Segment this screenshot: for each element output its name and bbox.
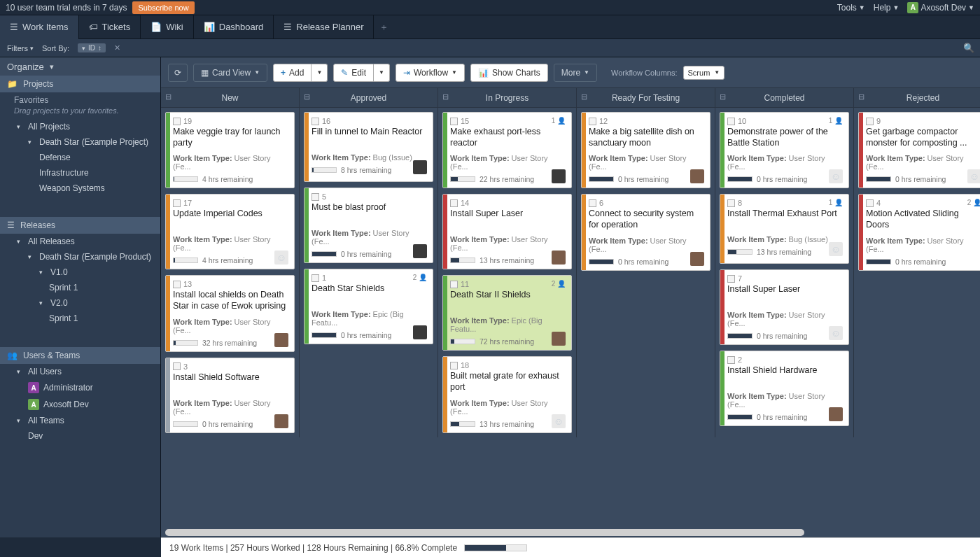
sidebar-item-all-releases[interactable]: ▾All Releases [0, 234, 160, 249]
column-header[interactable]: ⊟Ready For Testing [577, 88, 715, 108]
workflow-columns-select[interactable]: Scrum▼ [683, 66, 725, 80]
collapse-icon[interactable]: ⊟ [304, 92, 310, 101]
sidebar-item-deathstar-product[interactable]: ▾Death Star (Example Product) [0, 249, 160, 265]
work-item-card[interactable]: 16Fill in tunnel to Main ReactorWork Ite… [304, 112, 433, 182]
horizontal-scrollbar[interactable] [161, 528, 980, 537]
kanban-board: ⊟New19Make veggie tray for launch partyW… [161, 88, 980, 437]
show-charts-button[interactable]: 📊Show Charts [470, 64, 548, 82]
collapse-icon[interactable]: ⊟ [581, 92, 587, 101]
organize-header[interactable]: Organize ▾ [0, 57, 160, 76]
tab-work-items[interactable]: ☰Work Items [0, 15, 79, 39]
tab-wiki[interactable]: 📄Wiki [141, 15, 194, 39]
sidebar-item-all-projects[interactable]: ▾All Projects [0, 119, 160, 134]
sidebar-item-weapon-systems[interactable]: Weapon Systems [0, 181, 160, 196]
sidebar-item-defense[interactable]: Defense [0, 150, 160, 165]
progress-bar [727, 333, 752, 339]
select-checkbox[interactable] [727, 118, 735, 125]
work-item-card[interactable]: 12Make a big satellite dish on sanctuary… [581, 112, 710, 188]
sidebar-item-sprint1-v10[interactable]: Sprint 1 [0, 280, 160, 295]
column-header[interactable]: ⊟Rejected⚙ [854, 88, 980, 108]
sidebar-item-v20[interactable]: ▾V2.0 [0, 295, 160, 311]
sidebar-item-administrator[interactable]: AAdministrator [0, 379, 160, 396]
select-checkbox[interactable] [312, 193, 319, 201]
select-checkbox[interactable] [450, 118, 458, 125]
sidebar-item-infrastructure[interactable]: Infrastructure [0, 165, 160, 181]
sidebar-item-axosoft-dev[interactable]: AAxosoft Dev [0, 396, 160, 413]
sidebar-item-dev-team[interactable]: Dev [0, 428, 160, 444]
work-item-card[interactable]: 6Connect to security system for operatio… [581, 194, 710, 270]
search-icon[interactable]: 🔍 [963, 43, 974, 53]
sidebar-item-all-teams[interactable]: ▾All Teams [0, 413, 160, 428]
assignee-avatar: ☺ [552, 414, 566, 428]
collapse-icon[interactable]: ⊟ [442, 92, 449, 101]
column-header[interactable]: ⊟Completed [715, 88, 853, 108]
collapse-icon[interactable]: ⊟ [165, 92, 172, 101]
subscribe-button[interactable]: Subscribe now [132, 1, 194, 14]
sidebar-item-v10[interactable]: ▾V1.0 [0, 265, 160, 280]
work-item-card[interactable]: 14Install Super LaserWork Item Type: Use… [442, 194, 572, 269]
users-teams-header[interactable]: 👥Users & Teams [0, 347, 160, 364]
sidebar-item-all-users[interactable]: ▾All Users [0, 364, 160, 379]
collapse-icon[interactable]: ⊟ [858, 92, 864, 101]
select-checkbox[interactable] [173, 281, 181, 288]
sidebar-item-sprint1-v20[interactable]: Sprint 1 [0, 311, 160, 326]
work-item-card[interactable]: 7Install Super LaserWork Item Type: User… [720, 269, 849, 345]
tools-menu[interactable]: Tools▼ [837, 3, 865, 13]
column-header[interactable]: ⊟Approved [300, 88, 438, 108]
sort-chip[interactable]: ▾ID ↕ [78, 43, 106, 52]
refresh-button[interactable]: ⟳ [168, 64, 188, 82]
work-item-card[interactable]: 81 👤Install Thermal Exhaust PortWork Ite… [720, 194, 849, 264]
select-checkbox[interactable] [450, 281, 458, 288]
edit-button[interactable]: ✎Edit [333, 64, 374, 82]
select-checkbox[interactable] [727, 356, 735, 364]
tab-release-planner[interactable]: ☰Release Planner [274, 15, 374, 39]
column-header[interactable]: ⊟In Progress [438, 88, 576, 108]
user-menu[interactable]: A Axosoft Dev▼ [907, 2, 974, 13]
work-item-card[interactable]: 12 👤Death Star ShieldsWork Item Type: Ep… [304, 269, 433, 344]
work-item-card[interactable]: 18Built metal grate for exhaust portWork… [442, 356, 572, 432]
folder-icon: 📁 [7, 79, 18, 89]
workflow-button[interactable]: ⇥Workflow▼ [396, 64, 465, 82]
work-item-card[interactable]: 42 👤Motion Activated Sliding DoorsWork I… [858, 194, 980, 270]
add-button[interactable]: +Add [273, 64, 312, 82]
work-item-card[interactable]: 112 👤Death Star II ShieldsWork Item Type… [442, 275, 572, 351]
select-checkbox[interactable] [589, 199, 596, 207]
select-checkbox[interactable] [866, 118, 874, 125]
more-button[interactable]: More▼ [554, 64, 597, 82]
select-checkbox[interactable] [589, 118, 596, 125]
work-item-card[interactable]: 3Install Shield SoftwareWork Item Type: … [165, 358, 295, 433]
select-checkbox[interactable] [450, 362, 458, 369]
tab-tickets[interactable]: 🏷Tickets [79, 15, 141, 39]
work-item-card[interactable]: 13Install local shields on Death Star in… [165, 275, 295, 351]
sidebar-item-deathstar-project[interactable]: ▾Death Star (Example Project) [0, 134, 160, 150]
select-checkbox[interactable] [173, 362, 181, 370]
select-checkbox[interactable] [312, 118, 319, 125]
select-checkbox[interactable] [312, 274, 319, 282]
card-header: 5 [312, 192, 427, 201]
releases-header[interactable]: ☰Releases [0, 217, 160, 234]
projects-header[interactable]: 📁Projects [0, 76, 160, 92]
clear-sort-button[interactable]: ✕ [114, 43, 120, 52]
select-checkbox[interactable] [173, 199, 181, 207]
work-item-card[interactable]: 5Must be blast proofWork Item Type: User… [304, 188, 433, 263]
work-item-card[interactable]: 101 👤Demonstrate power of the Battle Sta… [720, 112, 849, 188]
work-item-card[interactable]: 9Get garbage compactor monster for compo… [858, 112, 980, 188]
add-tab-button[interactable]: ＋ [374, 15, 393, 39]
work-item-card[interactable]: 19Make veggie tray for launch partyWork … [165, 112, 295, 188]
work-item-card[interactable]: 2Install Shield HardwareWork Item Type: … [720, 351, 849, 426]
help-menu[interactable]: Help▼ [874, 3, 899, 13]
column-header[interactable]: ⊟New [161, 88, 299, 108]
select-checkbox[interactable] [727, 199, 735, 207]
edit-dropdown-button[interactable]: ▼ [374, 64, 390, 82]
tab-dashboard[interactable]: 📊Dashboard [194, 15, 274, 39]
collapse-icon[interactable]: ⊟ [720, 92, 726, 101]
card-view-button[interactable]: ▦Card View▼ [193, 64, 267, 82]
filters-button[interactable]: Filters▾ [7, 44, 34, 52]
select-checkbox[interactable] [727, 275, 735, 283]
work-item-card[interactable]: 17Update Imperial CodesWork Item Type: U… [165, 194, 295, 269]
select-checkbox[interactable] [866, 199, 874, 207]
select-checkbox[interactable] [450, 199, 458, 207]
work-item-card[interactable]: 151 👤Make exhaust port-less reactorWork … [442, 112, 572, 188]
add-dropdown-button[interactable]: ▼ [312, 64, 328, 82]
select-checkbox[interactable] [173, 118, 181, 125]
